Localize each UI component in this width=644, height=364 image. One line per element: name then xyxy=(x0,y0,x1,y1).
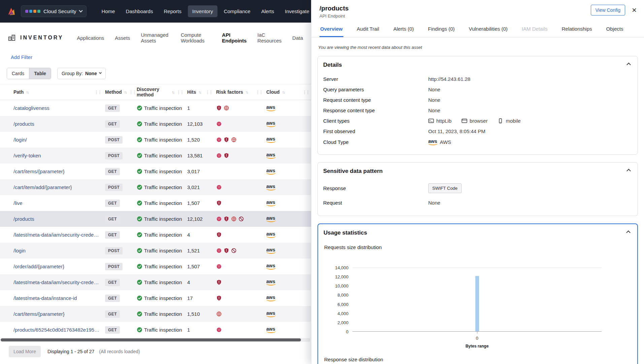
table-row[interactable]: /verify-tokenPOSTTraffic inspection13,58… xyxy=(0,148,311,163)
endpoint-path-link[interactable]: /products/65254c0d0d1763482e195804 xyxy=(13,327,101,333)
column-header-hits[interactable]: Hits↑↓⋮⋮ xyxy=(185,84,214,100)
column-header-method[interactable]: Method↑↓⋮⋮ xyxy=(103,84,135,100)
nav-item-inventory[interactable]: Inventory xyxy=(188,5,217,17)
horizontal-scrollbar[interactable] xyxy=(1,338,310,342)
view-config-button[interactable]: View Config xyxy=(591,5,625,16)
x-axis-title: Bytes range xyxy=(352,344,602,348)
inventory-tab-iac-resources[interactable]: IaC Resources xyxy=(258,31,282,45)
table-row[interactable]: /cart/items/{parameter}GETTraffic inspec… xyxy=(0,306,311,322)
view-controls: Cards Table Group By: None xyxy=(0,60,311,84)
table-row[interactable]: /cataloglivenessGETTraffic inspection1aw… xyxy=(0,100,311,116)
panel-tab-findings-0[interactable]: Findings (0) xyxy=(427,23,455,37)
endpoint-path-link[interactable]: /latest/meta-data/iam/security-credentia… xyxy=(13,232,101,238)
column-grip-icon[interactable]: ⋮⋮ xyxy=(302,90,309,95)
collapse-chevron-icon[interactable] xyxy=(626,230,631,235)
nav-item-dashboards[interactable]: Dashboards xyxy=(122,5,158,17)
inventory-tab-data[interactable]: Data xyxy=(292,34,303,42)
endpoint-path-link[interactable]: /cart/items/{parameter} xyxy=(13,169,65,174)
collapse-chevron-icon[interactable] xyxy=(626,169,631,173)
column-header-discovery-method[interactable]: Discovery method↑↓⋮⋮ xyxy=(135,84,185,100)
shield-icon xyxy=(216,232,222,238)
product-selector-dropdown[interactable]: Cloud Security xyxy=(21,5,87,17)
detail-label: First observed xyxy=(323,128,428,134)
sort-icon[interactable]: ↑↓ xyxy=(198,90,201,94)
nav-item-alerts[interactable]: Alerts xyxy=(257,5,278,17)
table-row[interactable]: /liveGETTraffic inspection1,507aws xyxy=(0,195,311,211)
collapse-chevron-icon[interactable] xyxy=(626,62,631,67)
cards-view-button[interactable]: Cards xyxy=(7,68,29,79)
detail-value-text: Oct 11, 2023, 8:05:44 PM xyxy=(428,128,485,134)
cloud-cell: aws xyxy=(264,247,311,254)
endpoint-path-link[interactable]: /login xyxy=(13,248,26,253)
endpoint-path-link[interactable]: /live xyxy=(13,200,23,206)
browser-icon xyxy=(462,118,467,123)
y-axis-tick-label: 10,000 xyxy=(335,283,348,289)
panel-tab-objects[interactable]: Objects xyxy=(606,23,624,37)
scrollbar-thumb[interactable] xyxy=(1,338,301,341)
inventory-tab-applications[interactable]: Applications xyxy=(77,34,104,42)
table-row[interactable]: /cart/item/add/{parameter}POSTTraffic in… xyxy=(0,179,311,195)
endpoint-path-link[interactable]: /latest/meta-data/iam/security-credentia… xyxy=(13,279,101,285)
column-grip-icon[interactable]: ⋮⋮ xyxy=(256,90,262,95)
inventory-tab-api-endpoints[interactable]: API Endpoints xyxy=(222,31,246,45)
table-row[interactable]: /latest/meta-data/iam/security-credentia… xyxy=(0,274,311,290)
endpoint-path-link[interactable]: /latest/meta-data/instance-id xyxy=(13,295,77,301)
nav-item-investigate[interactable]: Investigate xyxy=(280,5,314,17)
panel-tab-alerts-0[interactable]: Alerts (0) xyxy=(393,23,414,37)
table-row[interactable]: /latest/meta-data/instance-idGETTraffic … xyxy=(0,290,311,306)
panel-tab-overview[interactable]: Overview xyxy=(319,23,343,37)
sort-icon[interactable]: ↑↓ xyxy=(124,90,127,94)
nav-item-reports[interactable]: Reports xyxy=(159,5,186,17)
endpoint-path-link[interactable]: /products xyxy=(13,121,34,127)
panel-tab-audit-trail[interactable]: Audit Trail xyxy=(356,23,380,37)
table-row[interactable]: /products/65254c0d0d1763482e195804GETTra… xyxy=(0,322,311,338)
client-type-item: mobile xyxy=(498,118,520,124)
inventory-tab-unmanaged-assets[interactable]: Unmanaged Assets xyxy=(141,31,170,45)
sort-icon[interactable]: ↑↓ xyxy=(172,90,174,94)
load-more-button[interactable]: Load More xyxy=(9,346,41,357)
endpoint-path-link[interactable]: /verify-token xyxy=(13,153,41,158)
detail-label: Response xyxy=(323,185,428,191)
column-header-risk-factors[interactable]: Risk factors↑↓⋮⋮ xyxy=(214,84,264,100)
sort-icon[interactable]: ↑↓ xyxy=(282,90,284,94)
close-icon[interactable]: × xyxy=(632,6,637,14)
details-card-header[interactable]: Details xyxy=(323,62,632,68)
table-row[interactable]: /loginPOSTTraffic inspection1,521aws xyxy=(0,243,311,259)
endpoint-path-link[interactable]: /catalogliveness xyxy=(13,105,49,111)
endpoint-path-link[interactable]: /cart/item/add/{parameter} xyxy=(13,184,72,190)
sensitive-pattern-chip[interactable]: SWIFT Code xyxy=(428,183,462,193)
endpoint-path-link[interactable]: /login/ xyxy=(13,137,27,143)
column-grip-icon[interactable]: ⋮⋮ xyxy=(205,90,212,95)
table-row[interactable]: /productsGETTraffic inspection12,102aws xyxy=(0,211,311,227)
blocked-icon xyxy=(238,216,244,222)
table-row[interactable]: /latest/meta-data/iam/security-credentia… xyxy=(0,227,311,243)
method-badge: POST xyxy=(105,247,123,254)
panel-tab-vulnerabilities-0[interactable]: Vulnerabilities (0) xyxy=(468,23,508,37)
nav-item-compliance[interactable]: Compliance xyxy=(219,5,255,17)
column-grip-icon[interactable]: ⋮⋮ xyxy=(176,90,183,95)
nav-item-home[interactable]: Home xyxy=(97,5,120,17)
sort-icon[interactable]: ↑↓ xyxy=(245,90,248,94)
inventory-tab-compute-workloads[interactable]: Compute Workloads xyxy=(181,31,211,45)
table-view-button[interactable]: Table xyxy=(29,68,51,79)
table-row[interactable]: /order/add/{parameter}POSTTraffic inspec… xyxy=(0,259,311,274)
check-circle-icon xyxy=(137,232,142,238)
sensitive-card-header[interactable]: Sensitive data pattern xyxy=(323,168,632,175)
table-row[interactable]: /cart/items/{parameter}GETTraffic inspec… xyxy=(0,163,311,179)
endpoint-path-link[interactable]: /products xyxy=(13,216,34,222)
aws-logo-icon: aws xyxy=(266,216,275,222)
endpoint-path-link[interactable]: /order/add/{parameter} xyxy=(13,264,64,269)
table-row[interactable]: /login/POSTTraffic inspection1,520aws xyxy=(0,132,311,148)
panel-tab-relationships[interactable]: Relationships xyxy=(561,23,592,37)
shield-icon xyxy=(224,216,229,222)
usage-card-header[interactable]: Usage statistics xyxy=(324,230,632,236)
add-filter-link[interactable]: Add Filter xyxy=(11,54,32,60)
endpoint-path-link[interactable]: /cart/items/{parameter} xyxy=(13,311,65,317)
column-header-cloud[interactable]: Cloud↑↓⋮⋮ xyxy=(264,84,311,100)
group-by-dropdown[interactable]: Group By: None xyxy=(57,68,106,79)
sort-icon[interactable]: ↑↓ xyxy=(26,90,28,94)
column-grip-icon[interactable]: ⋮⋮ xyxy=(94,90,101,95)
table-row[interactable]: /productsGETTraffic inspection12,103aws xyxy=(0,116,311,132)
inventory-tab-assets[interactable]: Assets xyxy=(115,34,130,42)
column-header-path[interactable]: Path↑↓⋮⋮ xyxy=(0,84,103,100)
